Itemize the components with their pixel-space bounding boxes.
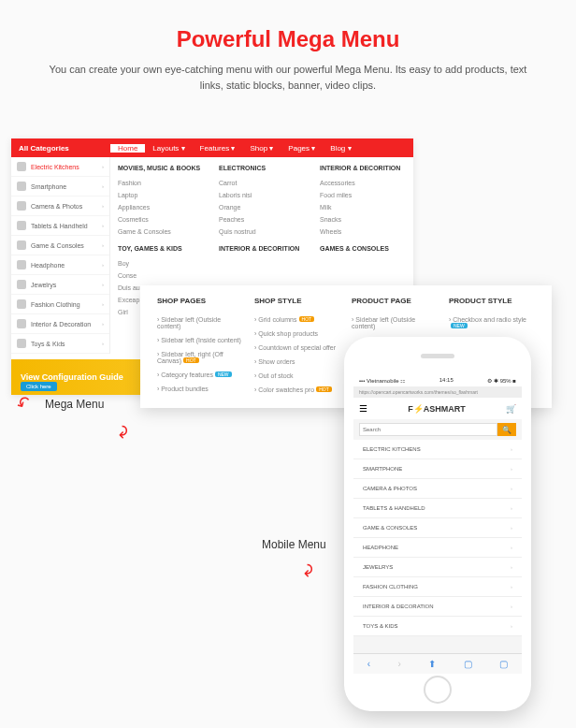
shop-column: SHOP PAGES› Sidebar left (Outside conten… xyxy=(151,297,249,397)
mega-link[interactable]: Laboris nisi xyxy=(219,189,305,201)
mega-link[interactable]: Food miles xyxy=(320,189,406,201)
mobile-header: ☰ F⚡ASHMART 🛒 xyxy=(353,398,522,419)
mobile-nav-item[interactable]: INTERIOR & DECORATION› xyxy=(353,597,522,617)
shop-link[interactable]: › Sidebar left (Outside content) xyxy=(157,313,243,333)
nav-layouts[interactable]: Layouts ▾ xyxy=(145,144,192,153)
mega-link[interactable]: Fashion xyxy=(118,177,204,189)
url-bar[interactable]: https://opencart.opencartworks.com/theme… xyxy=(353,386,522,398)
sidebar-item[interactable]: Electric Kitchens› xyxy=(11,157,109,177)
logo[interactable]: F⚡ASHMART xyxy=(408,404,466,414)
mobile-nav-item[interactable]: TOYS & KIDS› xyxy=(353,617,522,636)
chevron-right-icon: › xyxy=(511,545,512,550)
mobile-nav-item[interactable]: FASHION CLOTHING› xyxy=(353,577,522,597)
mega-link[interactable]: Orange xyxy=(219,201,305,213)
sidebar-item-label: Electric Kitchens xyxy=(31,164,79,170)
nav-shop[interactable]: Shop ▾ xyxy=(242,144,281,153)
shop-link[interactable]: › Out of stock xyxy=(254,369,340,383)
sidebar-item[interactable]: Game & Consoles› xyxy=(11,236,109,255)
mobile-nav-item[interactable]: JEWELRYS› xyxy=(353,558,522,577)
sidebar-item-label: Game & Consoles xyxy=(31,242,84,249)
nav-label: INTERIOR & DECORATION xyxy=(363,604,434,609)
mega-link[interactable]: Quis nostrud xyxy=(219,226,305,238)
mega-link[interactable]: Accessories xyxy=(320,177,406,189)
shop-link[interactable]: › Category featuresNEW xyxy=(157,368,243,382)
category-icon xyxy=(17,299,26,309)
shop-link[interactable]: › Show orders xyxy=(254,355,340,369)
mega-link[interactable]: Appliances xyxy=(118,201,204,213)
bookmarks-icon[interactable]: ▢ xyxy=(464,659,472,669)
shop-link[interactable]: › Grid columnsHOT xyxy=(254,313,340,327)
mobile-nav-item[interactable]: CAMERA & PHOTOS› xyxy=(353,479,522,499)
tabs-icon[interactable]: ▢ xyxy=(499,659,508,669)
mobile-label: Mobile Menu xyxy=(262,538,326,551)
shop-link[interactable]: › Color swatches proHOT xyxy=(254,383,340,397)
mega-link[interactable]: Cosmetics xyxy=(118,213,204,226)
mobile-nav-item[interactable]: GAME & CONSOLES› xyxy=(353,518,522,538)
shop-link[interactable]: › Countdown of special offer xyxy=(254,341,340,355)
shop-column: SHOP STYLE› Grid columnsHOT› Quick shop … xyxy=(249,297,346,397)
sidebar-item[interactable]: Tablets & Handheld› xyxy=(11,216,109,236)
arrow-icon: ↷ xyxy=(111,425,132,439)
nav-label: HEADPHONE xyxy=(363,545,398,550)
mega-link[interactable]: Snacks xyxy=(320,213,406,226)
search-input[interactable] xyxy=(359,423,497,436)
mega-link[interactable]: Boy xyxy=(118,257,204,269)
chevron-right-icon: › xyxy=(102,164,104,169)
all-categories[interactable]: All Categories xyxy=(11,144,110,153)
mobile-nav-item[interactable]: ELECTRIC KITCHENS› xyxy=(353,440,522,459)
shop-link[interactable]: › Sidebar left (Outside content) xyxy=(352,313,438,333)
column-heading: INTERIOR & DECORITION xyxy=(219,245,305,252)
category-icon xyxy=(17,240,26,250)
shop-link[interactable]: › Sidebar left, right (Off Canvas)HOT xyxy=(157,347,243,368)
mega-link[interactable]: Game & Consoles xyxy=(118,226,204,238)
hamburger-icon[interactable]: ☰ xyxy=(359,403,367,414)
mega-link[interactable]: Conse xyxy=(118,269,204,282)
column-heading: TOY, GAMES & KIDS xyxy=(118,245,204,252)
sidebar-item[interactable]: Interior & Decoration› xyxy=(11,314,109,334)
nav-home[interactable]: Home xyxy=(110,144,145,153)
chevron-right-icon: › xyxy=(511,466,512,472)
category-icon xyxy=(17,221,26,230)
chevron-right-icon: › xyxy=(102,282,104,287)
sidebar-item[interactable]: Toys & Kids› xyxy=(11,334,109,354)
share-icon[interactable]: ⬆ xyxy=(428,659,436,669)
shop-link[interactable]: › Sidebar left (Inside content) xyxy=(157,333,243,347)
sidebar-item[interactable]: Fashion Clothing› xyxy=(11,295,109,314)
mobile-nav-item[interactable]: TABLETS & HANDHELD› xyxy=(353,499,522,518)
chevron-right-icon: › xyxy=(102,223,104,228)
mobile-nav-item[interactable]: SMARTPHONE› xyxy=(353,459,522,479)
search-bar: 🔍 xyxy=(359,423,516,436)
badge: HOT xyxy=(299,316,315,322)
nav-features[interactable]: Features ▾ xyxy=(193,144,243,153)
nav-blog[interactable]: Blog ▾ xyxy=(323,144,358,153)
sidebar-item[interactable]: Jewelrys› xyxy=(11,275,109,295)
mega-link[interactable]: Milk xyxy=(320,201,406,213)
phone-mockup: ••• Vietnamobile ⚏ 14:15 ⚙ ✱ 95% ■ https… xyxy=(344,337,531,711)
sidebar-item[interactable]: Camera & Photos› xyxy=(11,197,109,216)
cart-icon[interactable]: 🛒 xyxy=(506,404,516,414)
chevron-right-icon: › xyxy=(102,262,104,268)
category-icon xyxy=(17,162,26,171)
top-navbar: All Categories Home Layouts ▾ Features ▾… xyxy=(11,138,413,157)
chevron-right-icon: › xyxy=(511,525,512,531)
shop-link[interactable]: › Product bundles xyxy=(157,382,243,396)
browser-tabbar: ‹ › ⬆ ▢ ▢ xyxy=(353,653,522,674)
shop-link[interactable]: › Quick shop products xyxy=(254,327,340,341)
forward-icon[interactable]: › xyxy=(398,659,401,669)
mega-link[interactable]: Peaches xyxy=(219,213,305,226)
sidebar-item-label: Fashion Clothing xyxy=(31,301,80,308)
banner-button[interactable]: Click here xyxy=(21,382,57,391)
home-button[interactable] xyxy=(424,676,452,704)
nav-pages[interactable]: Pages ▾ xyxy=(281,144,323,153)
sidebar-item[interactable]: Headphone› xyxy=(11,255,109,275)
mobile-nav-item[interactable]: HEADPHONE› xyxy=(353,538,522,558)
chevron-right-icon: › xyxy=(102,301,104,307)
back-icon[interactable]: ‹ xyxy=(367,659,370,669)
nav-label: TABLETS & HANDHELD xyxy=(363,505,425,511)
mega-link[interactable]: Carrot xyxy=(219,177,305,189)
mega-link[interactable]: Wheels xyxy=(320,226,406,238)
shop-link[interactable]: › Checkbox and radio styleNEW xyxy=(449,313,535,333)
sidebar-item[interactable]: Smartphone› xyxy=(11,177,109,197)
mega-link[interactable]: Laptop xyxy=(118,189,204,201)
search-button[interactable]: 🔍 xyxy=(497,423,516,436)
